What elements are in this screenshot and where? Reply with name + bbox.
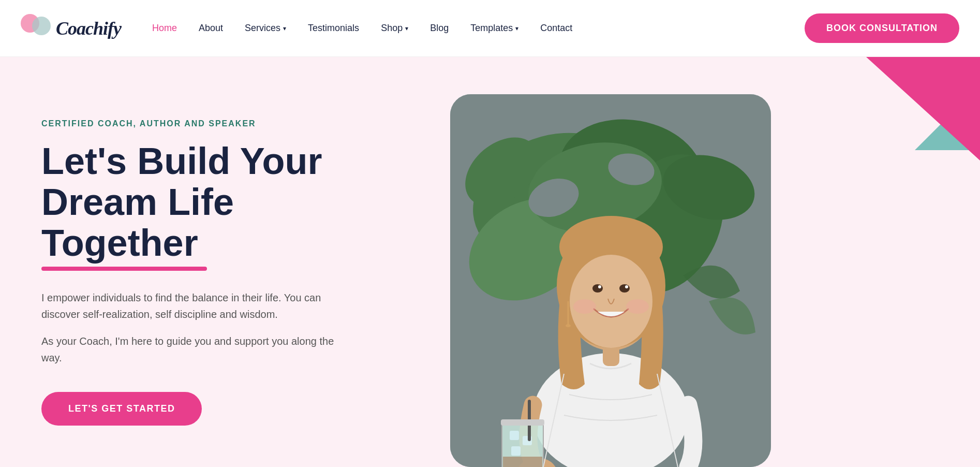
svg-rect-28 [510, 431, 519, 440]
hero-image-card [450, 94, 771, 467]
logo-circles [21, 14, 52, 42]
nav-contact[interactable]: Contact [540, 23, 572, 34]
hero-illustration [450, 94, 771, 467]
hero-title-underline [41, 267, 207, 271]
svg-rect-33 [501, 419, 544, 426]
nav-testimonials[interactable]: Testimonials [308, 23, 359, 34]
svg-rect-31 [503, 457, 542, 467]
nav-about[interactable]: About [199, 23, 223, 34]
nav-services[interactable]: Services ▾ [245, 23, 286, 34]
hero-image-area [440, 57, 802, 467]
nav-blog[interactable]: Blog [430, 23, 449, 34]
svg-point-21 [625, 285, 628, 288]
hero-content: CERTIFIED COACH, AUTHOR AND SPEAKER Let'… [0, 57, 440, 467]
navbar: Coachify Home About Services ▾ Testimoni… [0, 0, 980, 57]
book-consultation-button[interactable]: BOOK CONSULTATION [805, 13, 959, 43]
svg-point-25 [566, 324, 571, 327]
nav-templates[interactable]: Templates ▾ [470, 23, 518, 34]
svg-point-20 [598, 285, 601, 288]
svg-rect-30 [511, 446, 521, 456]
nav-home[interactable]: Home [152, 23, 177, 34]
nav-links: Home About Services ▾ Testimonials Shop … [152, 23, 805, 34]
hero-subtitle: CERTIFIED COACH, AUTHOR AND SPEAKER [41, 119, 409, 128]
services-chevron-icon: ▾ [283, 25, 286, 32]
logo[interactable]: Coachify [21, 14, 121, 42]
hero-title: Let's Build Your Dream Life Together [41, 141, 409, 264]
svg-point-22 [573, 299, 596, 314]
svg-point-18 [592, 284, 603, 293]
logo-text: Coachify [56, 18, 121, 39]
svg-point-19 [619, 284, 630, 293]
nav-shop[interactable]: Shop ▾ [381, 23, 408, 34]
hero-body-text-1: I empower individuals to find the balanc… [41, 289, 341, 323]
lets-get-started-button[interactable]: LET'S GET STARTED [41, 392, 202, 426]
logo-circle-teal [32, 17, 51, 35]
shop-chevron-icon: ▾ [405, 25, 408, 32]
templates-chevron-icon: ▾ [515, 25, 518, 32]
hero-section: CERTIFIED COACH, AUTHOR AND SPEAKER Let'… [0, 57, 980, 467]
hero-body-text-2: As your Coach, I'm here to guide you and… [41, 333, 341, 366]
svg-point-23 [626, 299, 649, 314]
